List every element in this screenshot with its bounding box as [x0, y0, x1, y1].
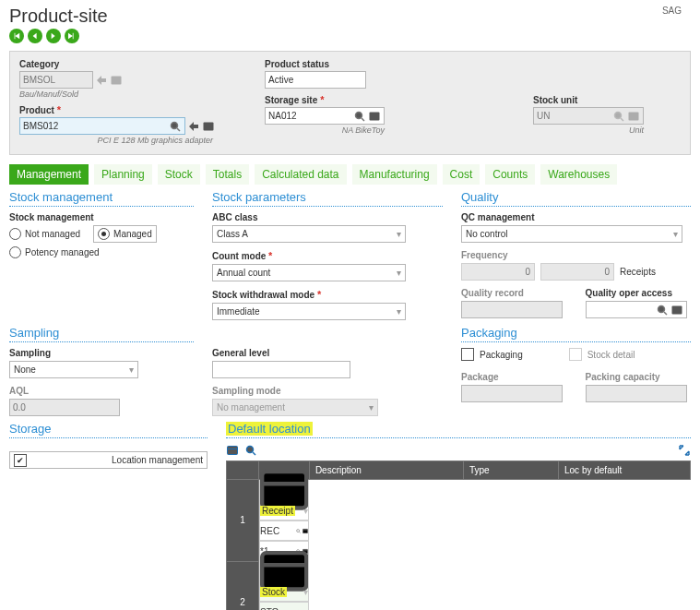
freq1-field: 0: [461, 263, 535, 281]
chk-location-mgmt[interactable]: Location management: [9, 451, 208, 469]
stockmgmt-group-label: Stock management: [9, 212, 194, 222]
genlevel-field[interactable]: [212, 361, 350, 378]
qrecord-field: [461, 301, 563, 318]
storage-card-icon[interactable]: [368, 110, 381, 123]
qc-label: QC management: [461, 212, 691, 222]
grid-expand-icon[interactable]: [678, 444, 691, 457]
count-select[interactable]: Annual count▾: [212, 264, 406, 281]
storage-hint: NA BikeToy: [265, 126, 385, 135]
package-label: Package: [461, 372, 567, 382]
category-jump-icon: [95, 74, 108, 87]
radio-managed[interactable]: Managed: [93, 225, 157, 243]
capacity-label: Packing capacity: [586, 372, 692, 382]
qoper-card-icon[interactable]: [670, 304, 683, 317]
stockunit-search-icon: [612, 110, 625, 123]
freq-unit: Receipts: [620, 267, 656, 277]
brand-label: SAG: [662, 6, 682, 16]
count-label: Count mode *: [212, 250, 443, 261]
stockparams-title: Stock parameters: [212, 190, 443, 207]
aql-label: AQL: [9, 386, 194, 396]
radio-not-managed[interactable]: Not managed: [9, 228, 80, 240]
storage-label: Storage site*: [265, 94, 449, 105]
chk-stock-detail: Stock detail: [569, 348, 635, 361]
type-cell[interactable]: STO: [259, 602, 309, 610]
status-field[interactable]: Active: [265, 71, 366, 89]
tab-warehouses[interactable]: Warehouses: [540, 164, 617, 185]
nav-next-button[interactable]: [46, 29, 61, 43]
col-type: Type: [464, 461, 559, 480]
nav-last-button[interactable]: [65, 29, 79, 43]
type-cell[interactable]: REC: [259, 520, 309, 541]
product-search-icon[interactable]: [169, 120, 182, 133]
sampling-title: Sampling: [9, 326, 194, 342]
genlevel-label: General level: [212, 348, 443, 358]
col-rownum: [227, 461, 259, 480]
tab-stock[interactable]: Stock: [158, 164, 200, 185]
sampling-select[interactable]: None▾: [9, 361, 138, 378]
product-jump-icon[interactable]: [187, 120, 200, 133]
storage-search-icon[interactable]: [353, 110, 366, 123]
tab-bar: Management Planning Stock Totals Calcula…: [9, 164, 691, 185]
category-hint: Bau/Manuf/Sold: [19, 90, 241, 99]
abc-select[interactable]: Class A▾: [212, 225, 406, 243]
page-title: Product-site: [9, 6, 108, 27]
packaging-title: Packaging: [461, 326, 691, 342]
stockmgmt-title: Stock management: [9, 190, 194, 207]
withdraw-select[interactable]: Immediate▾: [212, 303, 406, 320]
category-label: Category: [19, 59, 241, 69]
nav-first-button[interactable]: [9, 29, 24, 43]
qoper-label: Quality oper access: [586, 288, 692, 298]
stockunit-label: Stock unit: [533, 95, 681, 105]
storage-field[interactable]: NA012: [265, 107, 385, 125]
nav-prev-button[interactable]: [28, 29, 42, 43]
product-hint: PCI E 128 Mb graphics adapter: [19, 136, 213, 145]
grid-search-icon[interactable]: [244, 444, 257, 457]
aql-field: 0.0: [9, 399, 120, 416]
sampmode-select: No management▾: [212, 399, 378, 416]
tab-totals[interactable]: Totals: [206, 164, 249, 185]
grid-card-icon[interactable]: [226, 444, 239, 457]
category-card-icon: [110, 74, 123, 87]
storage-title: Storage: [9, 422, 208, 438]
qoper-field[interactable]: [586, 301, 687, 318]
qrecord-label: Quality record: [461, 288, 567, 298]
product-label: Product*: [19, 104, 241, 115]
col-loc: Loc by default: [559, 461, 691, 480]
stockunit-field: UN: [533, 107, 644, 125]
stockunit-hint: Unit: [533, 126, 644, 135]
tab-calculated[interactable]: Calculated data: [255, 164, 346, 185]
chk-packaging[interactable]: Packaging: [461, 348, 523, 361]
withdraw-label: Stock withdrawal mode *: [212, 289, 443, 300]
row-card-icon[interactable]: [259, 561, 309, 581]
rownum: 2: [227, 561, 259, 610]
qc-select[interactable]: No control▾: [461, 225, 682, 243]
freq-label: Frequency: [461, 250, 691, 260]
qoper-search-icon[interactable]: [656, 304, 669, 317]
stockunit-card-icon: [627, 110, 640, 123]
defaultloc-title: Default location: [226, 422, 691, 438]
abc-label: ABC class: [212, 212, 443, 222]
tab-planning[interactable]: Planning: [94, 164, 152, 185]
default-location-grid: Description Type Loc by default 1 Receip…: [226, 460, 691, 610]
tab-manufacturing[interactable]: Manufacturing: [352, 164, 437, 185]
category-field: BMSOL: [19, 71, 93, 89]
radio-potency[interactable]: Potency managed: [9, 246, 194, 258]
freq2-field: 0: [540, 263, 614, 281]
sampling-label: Sampling: [9, 348, 194, 358]
rownum: 1: [227, 480, 259, 562]
tab-counts[interactable]: Counts: [485, 164, 535, 185]
status-label: Product status: [265, 59, 449, 69]
filter-panel: Category BMSOL Bau/Manuf/Sold Product* B…: [9, 51, 691, 155]
quality-title: Quality: [461, 190, 691, 207]
sampmode-label: Sampling mode: [212, 386, 443, 396]
package-field: [461, 385, 563, 402]
row-card-icon[interactable]: [259, 480, 309, 500]
tab-management[interactable]: Management: [9, 164, 89, 185]
capacity-field: [586, 385, 687, 402]
tab-cost[interactable]: Cost: [443, 164, 481, 185]
col-description: Description: [309, 461, 463, 480]
product-field[interactable]: BMS012: [19, 117, 185, 135]
product-card-icon[interactable]: [202, 120, 215, 133]
